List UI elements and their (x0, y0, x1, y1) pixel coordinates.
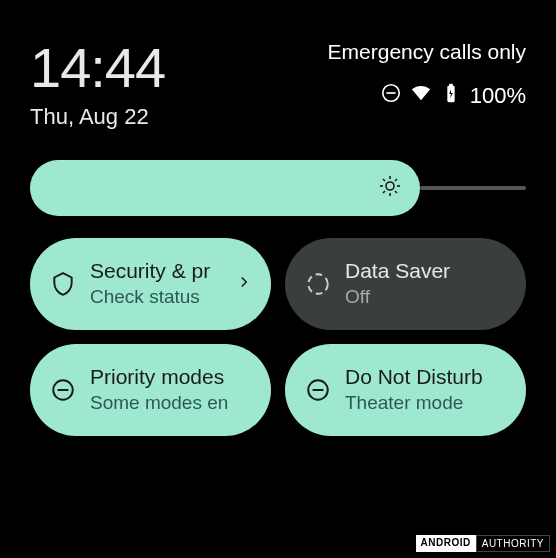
tile-text: Security & pr Check status (90, 258, 221, 310)
watermark: ANDROID AUTHORITY (416, 535, 550, 552)
brightness-track[interactable] (420, 186, 526, 190)
tile-do-not-disturb[interactable]: Do Not Disturb Theater mode (285, 344, 526, 436)
svg-line-11 (383, 191, 385, 193)
svg-line-9 (383, 179, 385, 181)
chevron-right-icon (235, 273, 253, 295)
dnd-status-icon (380, 82, 402, 109)
status-right: Emergency calls only 100% (328, 40, 526, 109)
network-status: Emergency calls only (328, 40, 526, 64)
watermark-brand: AUTHORITY (476, 535, 550, 552)
watermark-brand: ANDROID (416, 535, 476, 552)
clock-time: 14:44 (30, 40, 165, 96)
svg-line-12 (395, 179, 397, 181)
tile-title: Do Not Disturb (345, 364, 508, 389)
tile-data-saver[interactable]: Data Saver Off (285, 238, 526, 330)
battery-percent: 100% (470, 83, 526, 109)
brightness-row (0, 160, 556, 216)
svg-rect-3 (449, 84, 453, 87)
data-saver-icon (305, 271, 331, 297)
quick-tiles-grid: Security & pr Check status Data Saver Of… (0, 216, 556, 436)
tile-subtitle: Off (345, 285, 508, 310)
battery-icon (440, 82, 462, 109)
brightness-icon (378, 174, 402, 202)
svg-point-13 (308, 274, 328, 294)
tile-subtitle: Check status (90, 285, 221, 310)
minus-circle-icon (50, 377, 76, 403)
tile-text: Do Not Disturb Theater mode (345, 364, 508, 416)
brightness-slider[interactable] (30, 160, 420, 216)
tile-title: Priority modes (90, 364, 253, 389)
clock-date: Thu, Aug 22 (30, 104, 165, 130)
tile-text: Data Saver Off (345, 258, 508, 310)
tile-subtitle: Some modes en (90, 391, 253, 416)
shield-icon (50, 271, 76, 297)
tile-title: Data Saver (345, 258, 508, 283)
status-header: 14:44 Thu, Aug 22 Emergency calls only 1… (0, 0, 556, 150)
tile-priority-modes[interactable]: Priority modes Some modes en (30, 344, 271, 436)
tile-security[interactable]: Security & pr Check status (30, 238, 271, 330)
status-icons: 100% (380, 82, 526, 109)
tile-title: Security & pr (90, 258, 221, 283)
wifi-icon (410, 82, 432, 109)
minus-circle-icon (305, 377, 331, 403)
svg-point-4 (386, 182, 394, 190)
svg-line-10 (395, 191, 397, 193)
time-block: 14:44 Thu, Aug 22 (30, 40, 165, 130)
tile-text: Priority modes Some modes en (90, 364, 253, 416)
tile-subtitle: Theater mode (345, 391, 508, 416)
